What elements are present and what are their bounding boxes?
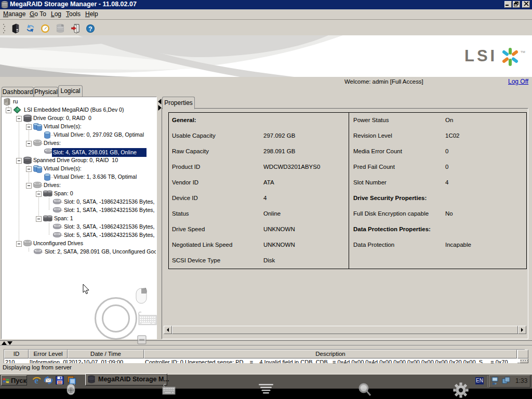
svg-text:TM: TM [521,50,525,54]
svg-text:?: ? [88,25,92,33]
